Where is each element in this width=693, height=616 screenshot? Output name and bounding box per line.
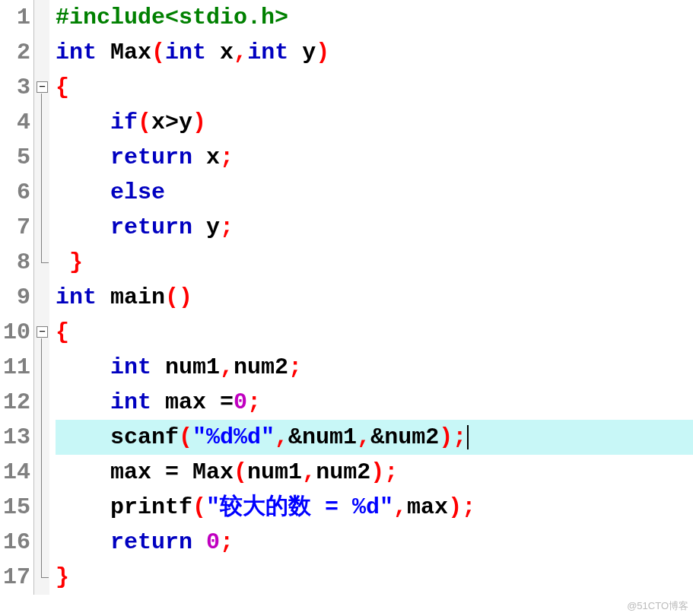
token-comma: , [234, 35, 247, 70]
line-number: 13 [0, 420, 33, 455]
token-semi: ; [453, 420, 466, 455]
code-line[interactable]: if(x>y) [56, 105, 693, 140]
token-paren: ( [138, 105, 151, 140]
token-kw: int [110, 385, 151, 420]
line-number: 15 [0, 490, 33, 525]
token-semi: ; [220, 525, 234, 560]
code-editor[interactable]: 1234567891011121314151617 −− #include<st… [0, 0, 693, 595]
token-kw: return [110, 140, 192, 175]
fold-guide-end [41, 577, 49, 578]
line-number: 11 [0, 350, 33, 385]
token-semi: ; [462, 490, 475, 525]
token-comma: , [220, 350, 234, 385]
token-ident: max [165, 385, 206, 420]
token-ident: num1 [165, 350, 220, 385]
token-ident: y [302, 35, 316, 70]
token-op: = [220, 385, 234, 420]
token-ident: num2 [316, 455, 370, 490]
fold-guide [41, 338, 42, 577]
token-kw: return [110, 525, 192, 560]
code-line[interactable]: int num1,num2; [56, 350, 693, 385]
code-line[interactable]: #include<stdio.h> [56, 0, 693, 35]
line-number: 2 [0, 35, 33, 70]
code-line[interactable]: return y; [56, 210, 693, 245]
code-line[interactable]: int main() [56, 280, 693, 315]
token-semi: ; [220, 140, 234, 175]
token-ident: num1 [302, 420, 357, 455]
token-paren: ( [234, 455, 247, 490]
token-paren: ( [192, 490, 206, 525]
code-line[interactable]: return x; [56, 140, 693, 175]
token-semi: ; [384, 455, 398, 490]
code-line[interactable]: } [56, 560, 693, 595]
line-number-gutter: 1234567891011121314151617 [0, 0, 34, 595]
token-kw: int [165, 35, 206, 70]
token-comma: , [393, 490, 407, 525]
token-brace: { [56, 315, 69, 350]
code-line[interactable]: return 0; [56, 525, 693, 560]
fold-guide [41, 94, 42, 262]
line-number: 1 [0, 0, 33, 35]
token-op: & [288, 420, 302, 455]
token-ident: num2 [234, 350, 288, 385]
token-brace: } [69, 245, 83, 280]
token-str: "较大的数 = %d" [206, 490, 393, 525]
token-brace: { [56, 70, 69, 105]
token-paren: ( [151, 35, 165, 70]
token-comma: , [357, 420, 370, 455]
token-comma: , [275, 420, 288, 455]
token-semi: ; [288, 350, 302, 385]
code-line[interactable]: scanf("%d%d",&num1,&num2); [56, 420, 693, 455]
line-number: 8 [0, 245, 33, 280]
token-ident: x [151, 105, 165, 140]
fold-column[interactable]: −− [34, 0, 49, 595]
token-paren: ) [316, 35, 329, 70]
token-ident: max [110, 455, 151, 490]
line-number: 6 [0, 175, 33, 210]
token-op: > [165, 105, 179, 140]
token-str: "%d%d" [192, 420, 275, 455]
token-ident: x [220, 35, 234, 70]
line-number: 3 [0, 70, 33, 105]
token-op: & [370, 420, 384, 455]
fold-toggle-icon[interactable]: − [37, 326, 48, 338]
code-line[interactable]: printf("较大的数 = %d",max); [56, 490, 693, 525]
line-number: 7 [0, 210, 33, 245]
code-line[interactable]: max = Max(num1,num2); [56, 455, 693, 490]
code-area[interactable]: #include<stdio.h>int Max(int x,int y){ i… [49, 0, 693, 595]
token-kw: return [110, 210, 192, 245]
code-line[interactable]: { [56, 315, 693, 350]
token-ident: Max [192, 455, 234, 490]
line-number: 16 [0, 525, 33, 560]
fold-guide-end [41, 262, 49, 263]
line-number: 5 [0, 140, 33, 175]
token-ident: x [206, 140, 220, 175]
token-kw: int [247, 35, 288, 70]
token-paren: ( [179, 420, 192, 455]
code-line[interactable]: else [56, 175, 693, 210]
token-ident: y [179, 105, 192, 140]
token-paren: ) [370, 455, 384, 490]
token-paren: ( [165, 280, 179, 315]
token-kw: int [56, 35, 97, 70]
token-pre: #include<stdio.h> [56, 0, 288, 35]
token-kw: else [110, 175, 165, 210]
token-paren: ) [179, 280, 192, 315]
line-number: 9 [0, 280, 33, 315]
code-line[interactable]: { [56, 70, 693, 105]
line-number: 12 [0, 385, 33, 420]
line-number: 17 [0, 560, 33, 595]
token-semi: ; [220, 210, 234, 245]
code-line[interactable]: int max =0; [56, 385, 693, 420]
token-paren: ) [439, 420, 453, 455]
code-line[interactable]: } [56, 245, 693, 280]
code-line[interactable]: int Max(int x,int y) [56, 35, 693, 70]
text-cursor [467, 425, 469, 449]
token-ident: max [407, 490, 448, 525]
token-brace: } [56, 560, 69, 595]
token-num: 0 [234, 385, 247, 420]
token-num: 0 [206, 525, 220, 560]
fold-toggle-icon[interactable]: − [37, 81, 48, 93]
token-ident: printf [110, 490, 192, 525]
token-op: = [165, 455, 179, 490]
